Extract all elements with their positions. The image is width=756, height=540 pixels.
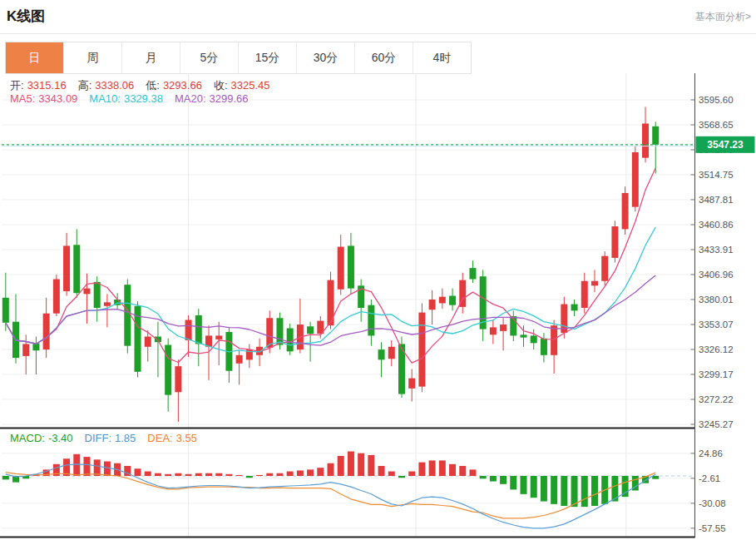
candle-body [418, 313, 425, 387]
axis-tick-label: -30.08 [699, 498, 726, 508]
candle-body [2, 298, 9, 323]
close-label: 收: [214, 79, 228, 92]
ma10-value: 3329.38 [124, 92, 163, 105]
macd-bar [490, 476, 497, 482]
macd-bar [83, 457, 90, 476]
tab-week[interactable]: 周 [64, 42, 122, 73]
tab-day[interactable]: 日 [6, 42, 64, 73]
macd-bar [276, 473, 283, 476]
top-bar: K线图 基本面分析> [0, 0, 756, 33]
candle-body [94, 282, 101, 308]
candle-body [469, 268, 476, 279]
axis-tick-label: 3406.96 [699, 270, 734, 280]
tab-4hour[interactable]: 4时 [413, 42, 471, 73]
macd-bar [439, 460, 446, 476]
candle-body [500, 324, 506, 331]
axis-tick-label: -57.55 [699, 523, 726, 533]
ma5-value: 3343.09 [38, 92, 77, 105]
candle-body [429, 300, 436, 310]
axis-tick-label: 3245.27 [699, 419, 734, 429]
macd-bar [429, 460, 436, 476]
period-tabs: 日 周 月 5分 15分 30分 60分 4时 [5, 42, 472, 74]
candle-body [449, 296, 456, 305]
tab-5min[interactable]: 5分 [180, 42, 239, 73]
tab-15min[interactable]: 15分 [239, 42, 297, 73]
macd-bar [368, 455, 374, 476]
ma-readout: MA5:3343.09MA10:3329.38MA20:3299.66 [10, 92, 252, 105]
axis-tick-label: 3460.86 [699, 220, 734, 230]
axis-tick-label: 3353.07 [699, 320, 734, 329]
current-price-badge: 3547.23 [696, 136, 755, 153]
candle-body [276, 318, 283, 344]
macd-bar [551, 476, 557, 504]
diff-label: DIFF: [85, 432, 112, 444]
tab-60min[interactable]: 60分 [355, 42, 413, 73]
macd-bar [215, 473, 222, 476]
macd-bar [155, 473, 161, 476]
kline-chart-canvas[interactable]: 3595.603568.653541.703514.753487.813460.… [0, 73, 756, 540]
macd-bar [205, 473, 212, 476]
axis-labels: 3595.603568.653541.703514.753487.813460.… [691, 95, 734, 533]
ma20-label: MA20: [175, 92, 206, 105]
axis-tick-label: 3380.01 [699, 295, 734, 305]
macd-bar [307, 469, 314, 476]
candle-body [175, 366, 181, 392]
macd-bar [236, 475, 243, 476]
candle-body [591, 281, 598, 286]
macd-bar [175, 473, 181, 476]
macd-bar [378, 466, 385, 476]
macd-bar [317, 468, 324, 476]
candle-body [652, 126, 659, 145]
high-value: 3338.06 [95, 79, 134, 92]
candle-body [165, 345, 171, 395]
axis-tick-label: 3568.65 [699, 120, 734, 130]
candle-body [531, 335, 537, 343]
candle-body [571, 305, 578, 311]
macd-bar [398, 476, 405, 478]
macd-bar [358, 453, 364, 476]
macd-bar [500, 476, 506, 484]
tab-30min[interactable]: 30分 [297, 42, 355, 73]
macd-bar [510, 476, 516, 489]
candle-body [541, 339, 547, 355]
macd-bar [571, 476, 578, 507]
fundamental-analysis-link[interactable]: 基本面分析> [695, 10, 751, 24]
candle-body [328, 280, 334, 326]
candle-body [185, 320, 192, 339]
axis-tick-label: 24.86 [699, 448, 723, 458]
high-label: 高: [78, 79, 92, 92]
candle-body [145, 337, 151, 347]
macd-bar [480, 476, 487, 478]
macd-bar [94, 459, 101, 476]
macd-bar [338, 456, 344, 476]
header-divider [0, 33, 756, 34]
macd-histogram [2, 452, 659, 508]
ma10-label: MA10: [89, 92, 121, 105]
macd-bar [531, 476, 537, 498]
macd-bar [408, 472, 415, 476]
macd-bar [581, 476, 588, 507]
candle-body [368, 305, 374, 336]
candle-body [63, 245, 70, 291]
low-label: 低: [146, 79, 160, 92]
macd-bar [388, 472, 395, 476]
candle-body [287, 329, 294, 352]
macd-bar [287, 472, 294, 476]
candle-body [73, 245, 80, 293]
current-price-value: 3547.23 [707, 139, 744, 151]
candle-body [622, 193, 629, 229]
macd-bar [459, 466, 466, 476]
macd-bar [2, 476, 9, 479]
page-title: K线图 [7, 7, 45, 26]
axis-tick-label: 3272.22 [699, 394, 734, 404]
macd-bar [195, 473, 202, 476]
dea-line [6, 473, 655, 518]
tab-month[interactable]: 月 [122, 42, 180, 73]
axis-tick-label: 3595.60 [699, 95, 734, 105]
candle-body [408, 379, 415, 389]
ma5-label: MA5: [10, 92, 35, 105]
axis-tick-label: 3514.75 [699, 170, 734, 180]
candle-body [490, 327, 497, 334]
candle-body [307, 326, 314, 334]
macd-bar [561, 476, 567, 506]
